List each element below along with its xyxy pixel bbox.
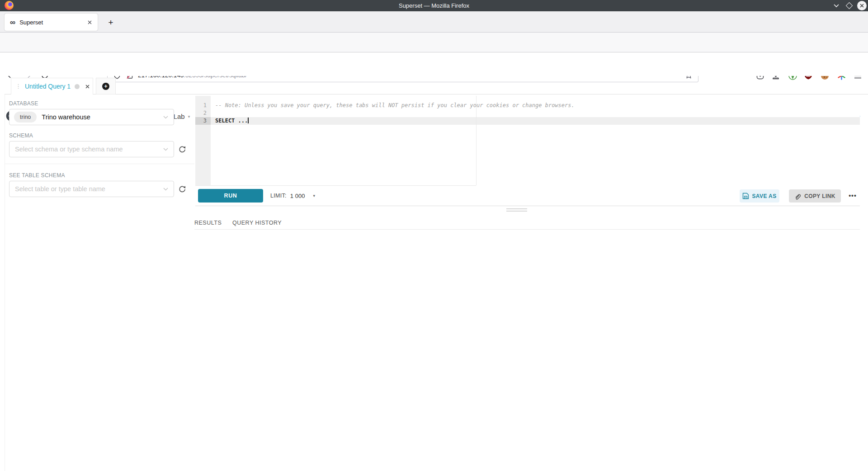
browser-new-tab-button[interactable]: + xyxy=(105,17,117,28)
chevron-down-icon xyxy=(163,188,168,191)
limit-dropdown[interactable]: LIMIT: 1 000 ▾ xyxy=(270,189,315,203)
query-tab-active[interactable]: ⋮ Untitled Query 1 xyxy=(11,78,93,94)
browser-navbar: 217.160.120.143:32393/superset/sqllab/ u… xyxy=(0,33,868,52)
database-select[interactable]: trino Trino warehouse xyxy=(9,109,174,125)
active-line-highlight xyxy=(211,117,860,125)
copy-link-button[interactable]: COPY LINK xyxy=(789,189,841,203)
editor-gutter: 1 2 3 xyxy=(195,96,211,185)
query-tabbar-border xyxy=(5,94,868,94)
schema-label: SCHEMA xyxy=(9,132,33,139)
run-button[interactable]: RUN xyxy=(198,189,263,203)
limit-label: LIMIT: xyxy=(270,193,287,199)
south-tabs-divider xyxy=(194,229,860,230)
plus-circle-icon: + xyxy=(102,83,109,90)
sidebar-divider xyxy=(5,164,194,164)
caret-down-icon: ▾ xyxy=(313,193,315,198)
database-engine-tag: trino xyxy=(14,112,37,122)
browser-tab-superset[interactable]: ∞ Superset xyxy=(5,14,98,31)
schema-input[interactable] xyxy=(15,146,151,153)
refresh-schemas-icon[interactable] xyxy=(177,144,187,154)
splitter-handle[interactable] xyxy=(506,211,527,212)
chevron-down-icon xyxy=(163,148,168,151)
link-icon xyxy=(794,193,802,200)
database-value: Trino warehouse xyxy=(42,113,90,121)
text-cursor xyxy=(248,118,249,123)
firefox-titlebar: Superset — Mozilla Firefox xyxy=(0,0,868,11)
line-number-active: 3 xyxy=(195,117,211,125)
line-number: 2 xyxy=(195,109,211,117)
code-line-sql: SELECT ... xyxy=(215,117,249,125)
sql-editor[interactable]: 1 2 3 -- Note: Unless you save your quer… xyxy=(195,96,860,188)
line-number: 1 xyxy=(195,102,211,109)
content-left-border xyxy=(5,94,5,471)
pane-splitter[interactable] xyxy=(195,206,860,206)
query-tab-title: Untitled Query 1 xyxy=(25,83,71,90)
chevron-down-icon: ▾ xyxy=(188,114,190,119)
limit-value: 1 000 xyxy=(290,193,305,199)
database-label: DATABASE xyxy=(9,100,38,107)
save-disk-icon xyxy=(742,193,749,199)
window-close-icon[interactable] xyxy=(857,1,867,10)
code-line-comment: -- Note: Unless you save your query, the… xyxy=(215,102,575,109)
query-status-dot xyxy=(75,84,80,89)
browser-tab-close-icon[interactable] xyxy=(87,20,92,25)
table-input[interactable] xyxy=(15,185,151,193)
more-options-button[interactable]: ••• xyxy=(844,189,861,203)
window-title: Superset — Mozilla Firefox xyxy=(0,2,868,9)
window-minimize-icon[interactable] xyxy=(833,3,840,8)
chevron-down-icon xyxy=(163,116,168,119)
table-schema-label: SEE TABLE SCHEMA xyxy=(9,172,65,179)
add-query-tab-button[interactable]: + xyxy=(96,78,116,94)
query-tab-close-icon[interactable] xyxy=(85,84,90,89)
table-select[interactable] xyxy=(9,181,174,197)
tab-query-history[interactable]: QUERY HISTORY xyxy=(232,220,282,226)
browser-tab-title: Superset xyxy=(19,19,82,26)
editor-bottom-line xyxy=(195,185,476,186)
schema-select[interactable] xyxy=(9,141,174,157)
screen: Superset — Mozilla Firefox ∞ Superset + xyxy=(0,0,868,471)
browser-tabstrip: ∞ Superset + xyxy=(0,11,868,33)
superset-header: Superset Dashboards Charts SQL Lab▾ Data… xyxy=(0,52,868,76)
refresh-tables-icon[interactable] xyxy=(177,184,187,194)
save-as-button[interactable]: SAVE AS xyxy=(740,189,779,203)
splitter-handle[interactable] xyxy=(506,208,527,209)
superset-favicon-icon: ∞ xyxy=(10,19,15,26)
drag-handle-icon[interactable]: ⋮ xyxy=(15,84,21,89)
tab-results[interactable]: RESULTS xyxy=(194,220,222,226)
